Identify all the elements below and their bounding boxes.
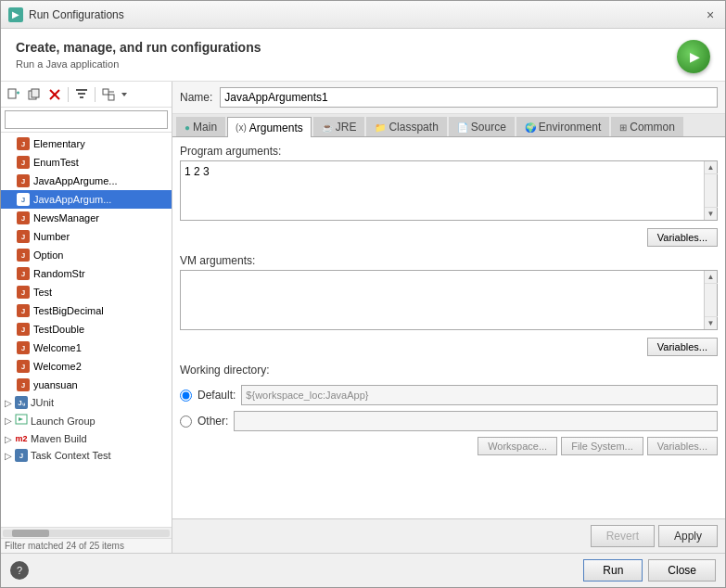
vm-args-input[interactable]	[181, 271, 717, 326]
vm-args-variables-button[interactable]: Variables...	[647, 338, 718, 356]
vm-args-vscroll[interactable]: ▲ ▼	[704, 271, 717, 329]
dir-variables-button[interactable]: Variables...	[647, 437, 718, 455]
list-item[interactable]: J Elementary	[1, 134, 172, 153]
vm-scroll-down-button[interactable]: ▼	[705, 316, 718, 329]
other-dir-input[interactable]	[234, 411, 718, 431]
svg-rect-10	[103, 89, 108, 95]
duplicate-button[interactable]	[25, 85, 44, 104]
arguments-tab-content: Program arguments: 1 2 3 ▲ ▼ Variables..…	[172, 137, 725, 518]
delete-button[interactable]	[45, 85, 64, 104]
list-item[interactable]: J Option	[1, 246, 172, 264]
env-tab-icon: 🌍	[525, 122, 536, 133]
default-radio-row: Default:	[180, 385, 718, 405]
launch-group-icon	[15, 413, 28, 428]
more-dropdown[interactable]	[120, 88, 129, 101]
toolbar-separator-2	[95, 87, 96, 102]
launch-group-section[interactable]: ▷ Launch Group	[1, 411, 172, 430]
run-icon-large[interactable]	[677, 40, 710, 73]
list-item[interactable]: J Welcome1	[1, 339, 172, 357]
task-label: Task Context Test	[31, 450, 111, 461]
revert-button[interactable]: Revert	[591, 525, 655, 547]
java-app-icon: J	[16, 229, 31, 244]
list-item[interactable]: J TestBigDecimal	[1, 301, 172, 320]
tab-jre[interactable]: ☕ JRE	[313, 117, 365, 136]
junit-section[interactable]: ▷ Jᵤ JUnit	[1, 394, 172, 411]
help-button[interactable]: ?	[10, 561, 29, 580]
scroll-up-button[interactable]: ▲	[705, 161, 718, 174]
horizontal-scrollbar[interactable]	[1, 527, 172, 538]
list-item[interactable]: J RandomStr	[1, 264, 172, 283]
close-button-footer[interactable]: Close	[648, 559, 716, 582]
tree-item-label: EnumTest	[33, 157, 79, 168]
program-args-vscroll[interactable]: ▲ ▼	[704, 161, 717, 220]
list-item[interactable]: J JavaAppArgume...	[1, 172, 172, 190]
default-radio[interactable]	[180, 390, 192, 402]
default-dir-input[interactable]	[241, 385, 718, 405]
header-content: Create, manage, and run configurations R…	[16, 40, 261, 70]
tab-arguments[interactable]: (x) Arguments	[227, 117, 312, 137]
main-content: J Elementary J EnumTest J JavaAppArgume.…	[1, 82, 725, 553]
svg-rect-7	[76, 89, 87, 91]
tab-classpath[interactable]: 📁 Classpath	[366, 117, 446, 136]
footer-left: ?	[10, 561, 29, 580]
run-button[interactable]: Run	[583, 559, 643, 582]
tab-common[interactable]: ⊞ Common	[611, 117, 683, 136]
tab-environment-label: Environment	[539, 121, 601, 134]
other-radio[interactable]	[180, 415, 192, 428]
footer-right: Run Close	[583, 559, 716, 582]
program-args-variables-button[interactable]: Variables...	[647, 228, 718, 247]
other-radio-row: Other:	[180, 411, 718, 431]
tree-item-label: TestBigDecimal	[33, 305, 104, 316]
header-section: Create, manage, and run configurations R…	[1, 29, 725, 82]
config-name-input[interactable]	[220, 87, 718, 108]
window-icon: ▶	[8, 7, 23, 22]
run-configurations-window: ▶ Run Configurations × Create, manage, a…	[0, 0, 726, 588]
main-tab-icon: ●	[185, 122, 190, 133]
tree-item-label: Option	[33, 249, 63, 261]
list-item[interactable]: J yuansuan	[1, 376, 172, 394]
svg-marker-15	[19, 417, 23, 421]
file-system-button[interactable]: File System...	[561, 437, 643, 455]
task-icon: J	[15, 449, 28, 462]
junit-label: JUnit	[31, 397, 54, 408]
task-context-section[interactable]: ▷ J Task Context Test	[1, 447, 172, 464]
workspace-button[interactable]: Workspace...	[478, 437, 557, 455]
other-radio-label: Other:	[197, 415, 228, 428]
list-item[interactable]: J NewsManager	[1, 209, 172, 227]
list-item[interactable]: J Test	[1, 283, 172, 301]
maven-build-section[interactable]: ▷ m2 Maven Build	[1, 430, 172, 447]
cp-tab-icon: 📁	[375, 122, 386, 133]
close-button[interactable]: ×	[703, 7, 718, 22]
working-dir-label: Working directory:	[180, 364, 718, 377]
tab-environment[interactable]: 🌍 Environment	[516, 117, 609, 136]
list-item[interactable]: J EnumTest	[1, 153, 172, 172]
search-input[interactable]	[5, 110, 168, 129]
filter-button[interactable]	[72, 85, 91, 104]
tab-source[interactable]: 📄 Source	[449, 117, 515, 136]
scrollbar-thumb	[12, 530, 49, 537]
svg-marker-13	[121, 93, 127, 96]
java-app-icon: J	[16, 211, 31, 225]
list-item[interactable]: J Welcome2	[1, 357, 172, 376]
tab-common-label: Common	[630, 121, 675, 134]
java-app-icon-selected: J	[16, 192, 31, 207]
tab-main[interactable]: ● Main	[176, 117, 225, 136]
collapse-button[interactable]	[99, 85, 118, 104]
java-app-icon: J	[16, 322, 31, 337]
vm-scroll-up-button[interactable]: ▲	[705, 271, 718, 284]
list-item-selected[interactable]: J JavaAppArgum...	[1, 190, 172, 209]
header-top: Create, manage, and run configurations R…	[16, 40, 710, 73]
default-radio-label: Default:	[197, 389, 236, 402]
program-args-input[interactable]: 1 2 3	[181, 161, 717, 217]
left-panel: J Elementary J EnumTest J JavaAppArgume.…	[1, 82, 172, 553]
list-item[interactable]: J TestDouble	[1, 320, 172, 339]
apply-button[interactable]: Apply	[658, 525, 718, 547]
list-item[interactable]: J Number	[1, 227, 172, 246]
new-config-button[interactable]	[5, 85, 23, 104]
program-args-section: Program arguments: 1 2 3 ▲ ▼	[180, 145, 718, 221]
java-app-icon: J	[16, 377, 31, 392]
title-bar: ▶ Run Configurations ×	[1, 1, 725, 29]
scroll-down-button[interactable]: ▼	[705, 207, 718, 220]
vm-args-label: VM arguments:	[180, 254, 718, 267]
search-box	[1, 108, 172, 133]
